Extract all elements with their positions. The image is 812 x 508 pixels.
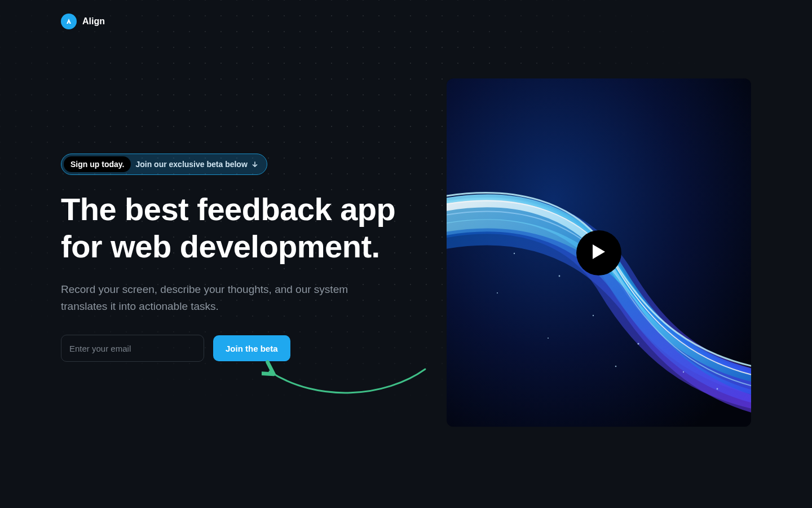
- brand-name: Align: [82, 16, 105, 27]
- pill-badge: Sign up today.: [64, 156, 131, 172]
- pill-cta: Join our exclusive beta below: [135, 160, 264, 169]
- arrow-down-icon: [251, 160, 259, 168]
- decorative-arrow-icon: [262, 358, 431, 403]
- play-button[interactable]: [576, 230, 621, 275]
- svg-point-6: [717, 388, 718, 390]
- hero-title: The best feedback app for web developmen…: [61, 191, 422, 265]
- header-logo[interactable]: Align: [61, 14, 105, 29]
- svg-point-9: [548, 338, 549, 339]
- hero-subtitle: Record your screen, describe your though…: [61, 281, 388, 314]
- join-beta-button[interactable]: Join the beta: [213, 335, 290, 361]
- svg-point-7: [497, 292, 498, 294]
- email-input[interactable]: [61, 335, 204, 362]
- play-icon: [592, 243, 606, 262]
- video-preview: [447, 78, 751, 427]
- announcement-pill[interactable]: Sign up today. Join our exclusive beta b…: [61, 154, 267, 175]
- svg-point-1: [514, 253, 515, 254]
- svg-point-2: [559, 275, 561, 277]
- signup-form: Join the beta: [61, 335, 422, 362]
- pill-cta-text: Join our exclusive beta below: [135, 160, 247, 169]
- svg-point-8: [615, 366, 617, 367]
- hero-section: Sign up today. Join our exclusive beta b…: [61, 154, 422, 362]
- svg-point-3: [593, 315, 594, 316]
- logo-mark-icon: [61, 14, 77, 29]
- svg-point-4: [637, 343, 639, 344]
- svg-point-5: [683, 371, 684, 373]
